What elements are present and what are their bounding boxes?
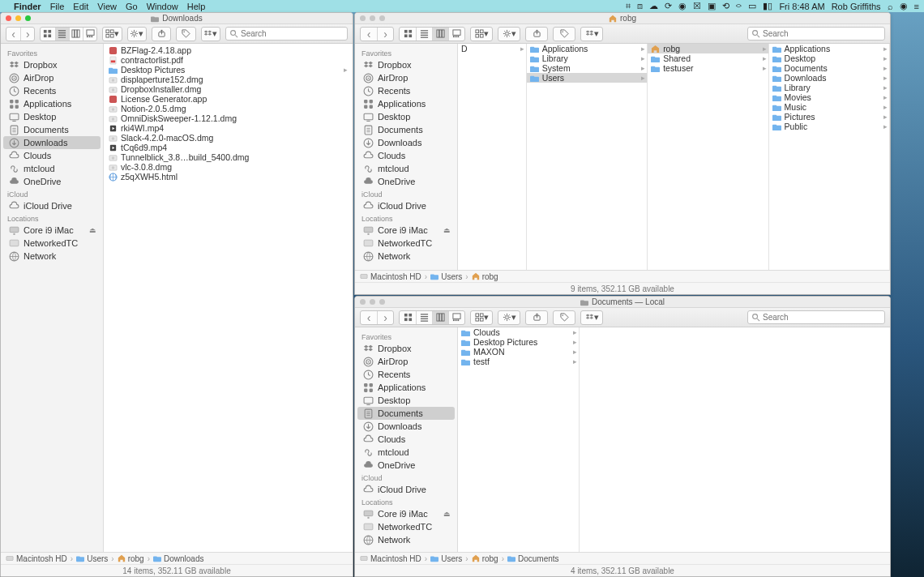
column-item[interactable]: Documents▸ [769,63,889,73]
sidebar-item-icloud-drive[interactable]: iCloud Drive [1,199,103,212]
column-item[interactable]: testf▸ [458,357,579,366]
path-segment[interactable]: Macintosh HD [360,272,421,281]
menu-file[interactable]: File [50,2,65,11]
view-columns-button[interactable] [432,28,448,41]
column-item[interactable]: Library▸ [769,83,889,92]
path-bar[interactable]: Macintosh HD›Users›robg›Documents [355,552,890,564]
sidebar-item-mtcloud[interactable]: mtcloud [1,162,103,175]
menu-view[interactable]: View [97,2,117,11]
column-item[interactable]: Users▸ [527,73,647,83]
view-columns-button[interactable] [69,28,83,41]
sidebar-item-onedrive[interactable]: OneDrive [1,175,103,188]
mb-notification-icon[interactable]: ≡ [914,2,919,11]
sidebar-item-recents[interactable]: Recents [355,84,457,97]
mb-battery-icon[interactable]: ▮▯ [763,1,772,11]
view-gallery-button[interactable] [83,28,96,41]
group-button[interactable]: ▾ [103,28,121,41]
share-button[interactable] [152,28,170,41]
sidebar-item-network[interactable]: Network [355,250,457,263]
view-list-button[interactable] [55,28,69,41]
app-menu[interactable]: Finder [14,2,41,11]
file-row[interactable]: tCq6d9.mp4 [104,143,353,152]
mb-spotlight-icon[interactable]: ⌕ [888,2,893,11]
file-row[interactable]: DropboxInstaller.dmg [104,84,353,94]
column-item[interactable]: Shared▸ [648,53,768,63]
path-bar[interactable]: Macintosh HD›Users›robg [355,270,890,282]
share-button[interactable] [526,28,547,41]
sidebar-item-clouds[interactable]: Clouds [355,149,457,162]
column-item[interactable]: Pictures▸ [769,112,889,122]
sidebar-item-core-i9-imac[interactable]: Core i9 iMac⏏ [1,224,103,237]
menu-go[interactable]: Go [126,2,138,11]
sidebar-item-clouds[interactable]: Clouds [1,149,103,162]
sidebar-item-core-i9-imac[interactable]: Core i9 iMac⏏ [355,224,457,237]
file-row[interactable]: Slack-4.2.0-macOS.dmg [104,133,353,143]
forward-button[interactable] [377,311,393,324]
dropbox-button[interactable]: ▾ [581,28,602,41]
sidebar-item-applications[interactable]: Applications [355,97,457,110]
mb-siri-icon[interactable]: ◉ [900,1,908,11]
search-field[interactable] [225,27,348,41]
sidebar-item-documents[interactable]: Documents [1,123,103,136]
sidebar-item-networkedtc[interactable]: NetworkedTC [1,237,103,250]
search-field[interactable] [747,310,885,324]
column-item[interactable]: robg▸ [648,44,768,53]
column[interactable]: Applications▸Desktop▸Documents▸Downloads… [769,44,890,270]
path-segment[interactable]: Macintosh HD [6,554,67,563]
column[interactable]: D▸ [458,44,527,270]
column-item[interactable]: Applications▸ [527,44,647,53]
sidebar-item-networkedtc[interactable]: NetworkedTC [355,237,457,250]
search-input[interactable] [763,313,881,322]
file-row[interactable]: OmniDiskSweeper-1.12.1.dmg [104,113,353,123]
file-row[interactable]: vlc-3.0.8.dmg [104,162,353,172]
sidebar-item-applications[interactable]: Applications [355,381,457,394]
search-input[interactable] [241,29,344,38]
tags-button[interactable] [177,28,195,41]
mb-timemachine-icon[interactable]: ⟲ [722,1,729,11]
mb-circle-icon[interactable]: ◉ [678,1,687,11]
view-icons-button[interactable] [400,28,416,41]
sidebar-item-downloads[interactable]: Downloads [355,420,457,433]
file-list[interactable]: BZFlag-2.4.18.appcontractorlist.pdfDeskt… [104,44,353,552]
tags-button[interactable] [554,311,575,324]
columns-view[interactable]: Clouds▸Desktop Pictures▸MAXON▸testf▸ [458,327,890,552]
sidebar-item-recents[interactable]: Recents [1,84,103,97]
path-segment[interactable]: Macintosh HD [360,554,421,563]
path-segment[interactable]: robg [118,554,144,563]
action-button[interactable]: ▾ [128,28,146,41]
titlebar[interactable]: Documents — Local [355,297,890,308]
sidebar-item-recents[interactable]: Recents [355,368,457,381]
mb-box-icon[interactable]: ▣ [708,1,716,11]
sidebar-item-airdrop[interactable]: AirDrop [1,71,103,84]
sidebar-item-mtcloud[interactable]: mtcloud [355,162,457,175]
forward-button[interactable] [377,28,393,41]
sidebar-item-network[interactable]: Network [1,250,103,263]
titlebar[interactable]: Downloads [1,13,353,24]
titlebar[interactable]: robg [355,13,890,24]
file-row[interactable]: Desktop Pictures▸ [104,65,353,75]
column-item[interactable]: Music▸ [769,102,889,112]
mb-cloud-icon[interactable]: ☁︎ [649,1,658,11]
mb-display-icon[interactable]: ▭ [748,1,756,11]
mb-hash-icon[interactable]: ⌗ [626,1,631,11]
path-segment[interactable]: Documents [507,554,559,563]
sidebar-item-networkedtc[interactable]: NetworkedTC [355,520,457,533]
view-icons-button[interactable] [41,28,54,41]
back-button[interactable] [361,28,377,41]
file-row[interactable]: contractorlist.pdf [104,55,353,65]
menu-edit[interactable]: Edit [73,2,88,11]
menu-window[interactable]: Window [147,2,178,11]
sidebar-item-desktop[interactable]: Desktop [355,110,457,123]
column[interactable]: Applications▸Library▸System▸Users▸ [527,44,648,270]
column-item[interactable]: Desktop Pictures▸ [458,337,579,347]
sidebar-item-documents[interactable]: Documents [357,407,455,420]
sidebar-item-desktop[interactable]: Desktop [1,110,103,123]
mb-x-icon[interactable]: ☒ [693,1,701,11]
sidebar-item-icloud-drive[interactable]: iCloud Drive [355,199,457,212]
file-row[interactable]: License Generator.app [104,94,353,104]
eject-icon[interactable]: ⏏ [443,510,451,518]
column[interactable]: Clouds▸Desktop Pictures▸MAXON▸testf▸ [458,327,580,552]
search-input[interactable] [763,29,881,38]
sidebar-item-airdrop[interactable]: AirDrop [355,71,457,84]
view-gallery-button[interactable] [448,311,464,324]
